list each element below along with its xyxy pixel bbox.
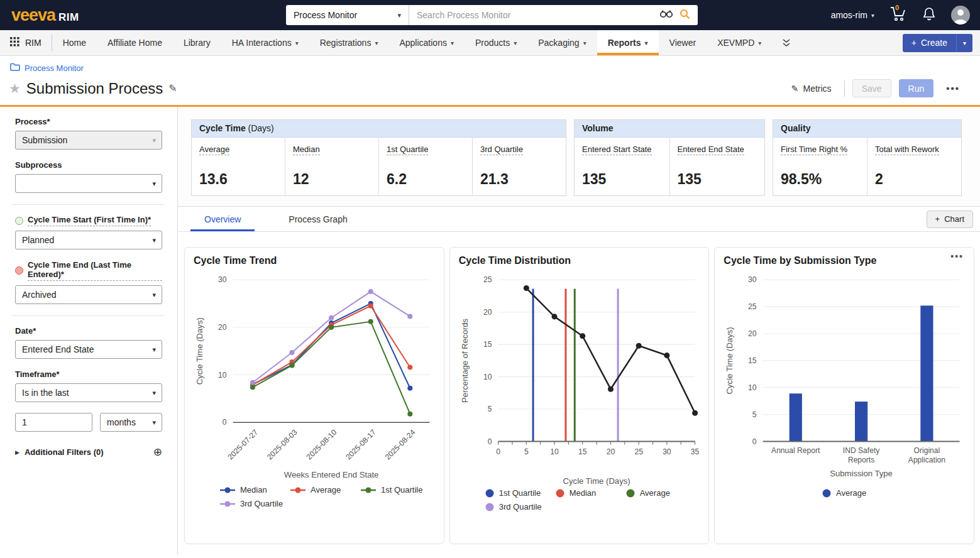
cycle-start-state-dot (15, 217, 23, 225)
nav-item-xevmpd[interactable]: XEVMPD▾ (707, 30, 772, 55)
svg-text:20: 20 (483, 308, 492, 317)
nav-item-home[interactable]: Home (52, 30, 97, 55)
timeframe-number-input[interactable] (15, 413, 92, 432)
svg-text:25: 25 (634, 447, 643, 456)
save-button[interactable]: Save (852, 79, 891, 97)
svg-text:5: 5 (487, 405, 492, 413)
nav-item-packaging[interactable]: Packaging▾ (527, 30, 597, 55)
svg-text:25: 25 (483, 275, 492, 284)
plus-icon: + (911, 38, 917, 48)
stat-entered-end-state: Entered End State 135 (670, 138, 765, 195)
svg-text:15: 15 (578, 447, 587, 456)
timeframe-unit-select[interactable]: months ▾ (100, 413, 162, 432)
svg-text:30: 30 (663, 447, 671, 456)
stat-card-quality: Quality First Time Right % 98.5% Total w… (773, 119, 962, 196)
add-filter-icon[interactable]: ⊕ (153, 446, 162, 459)
user-menu[interactable]: amos-rim ▾ (831, 10, 874, 20)
chevron-down-icon: ▾ (152, 346, 156, 354)
svg-text:15: 15 (483, 340, 492, 349)
stat-cards-row: Cycle Time (Days) Average 13.6 Median 12… (191, 119, 962, 196)
chevron-down-icon: ▾ (152, 389, 156, 397)
svg-text:20: 20 (218, 323, 227, 332)
nav-item-registrations[interactable]: Registrations▾ (309, 30, 389, 55)
svg-text:Annual Report: Annual Report (771, 446, 820, 455)
veeva-logo-text: Veeva (11, 7, 55, 24)
svg-text:5: 5 (524, 447, 529, 456)
legend-marker (485, 503, 494, 512)
search-input[interactable] (409, 5, 659, 25)
date-label: Date* (15, 326, 162, 336)
svg-text:25: 25 (748, 302, 757, 311)
legend-item: Average (290, 485, 361, 495)
cycle-start-label: Cycle Time Start (First Time In)* (28, 215, 151, 226)
svg-text:10: 10 (748, 383, 757, 392)
run-button[interactable]: Run (899, 79, 934, 97)
app-menu-rim[interactable]: RIM (0, 34, 52, 52)
cycle-start-select[interactable]: Planned ▾ (15, 231, 162, 249)
chevron-down-icon: ▾ (152, 236, 156, 244)
svg-text:0: 0 (223, 418, 227, 427)
chevron-down-icon: ▾ (451, 40, 454, 46)
cycle-end-select[interactable]: Archived ▾ (15, 285, 162, 304)
binoculars-icon[interactable] (659, 9, 673, 21)
subprocess-label: Subprocess (15, 160, 162, 170)
nav-item-library[interactable]: Library (173, 30, 221, 55)
tab-process-graph[interactable]: Process Graph (275, 207, 361, 231)
cycle-time-by-submission-type-plot: 051015202530Annual ReportIND SafetyRepor… (724, 270, 965, 488)
more-actions-button[interactable]: ••• (941, 83, 965, 94)
date-select[interactable]: Entered End State ▾ (15, 340, 162, 359)
report-panel: Overview Process Graph + Chart Cycle Tim… (178, 206, 980, 556)
chevron-down-icon: ▾ (152, 291, 156, 299)
svg-text:Application: Application (908, 456, 945, 464)
nav-item-viewer[interactable]: Viewer (659, 30, 707, 55)
add-chart-button[interactable]: + Chart (927, 211, 973, 228)
chart-menu-button[interactable]: ••• (950, 251, 964, 261)
cycle-time-distribution-plot: 051015202505101520253035Cycle Time (Days… (459, 270, 700, 488)
chart-cycle-time-by-submission-type: ••• Cycle Time by Submission Type 051015… (714, 247, 974, 544)
breadcrumb[interactable]: Process Monitor (0, 56, 84, 75)
search-scope-selector[interactable]: Process Monitor ▾ (286, 5, 409, 25)
subprocess-select[interactable]: ▾ (15, 174, 162, 193)
avatar[interactable] (951, 6, 970, 25)
notifications-bell-icon[interactable] (922, 6, 936, 24)
create-dropdown-button[interactable]: ▾ (956, 34, 972, 52)
more-tabs-icon[interactable] (772, 30, 801, 55)
create-button[interactable]: + Create (903, 34, 956, 52)
stat-total-with-rework: Total with Rework 2 (867, 138, 961, 195)
chevron-down-icon: ▾ (583, 40, 586, 46)
chevron-down-icon: ▾ (375, 40, 378, 46)
timeframe-label: Timeframe* (15, 369, 162, 379)
favorite-star-icon[interactable]: ★ (9, 81, 21, 96)
stat-entered-start-state: Entered Start State 135 (575, 138, 670, 195)
chevron-down-icon: ▾ (645, 40, 648, 46)
svg-text:Reports: Reports (848, 456, 874, 464)
metrics-button[interactable]: ✎ Metrics (786, 81, 837, 96)
stat-1st-quartile: 1st Quartile 6.2 (379, 138, 473, 195)
chevron-down-icon: ▾ (152, 136, 156, 145)
svg-text:0: 0 (496, 447, 500, 456)
stat-card-cycle-time: Cycle Time (Days) Average 13.6 Median 12… (191, 119, 566, 196)
nav-item-applications[interactable]: Applications▾ (388, 30, 465, 55)
search-icon[interactable] (680, 9, 690, 22)
tab-overview[interactable]: Overview (190, 207, 255, 231)
timeframe-select[interactable]: Is in the last ▾ (15, 383, 162, 402)
additional-filters-toggle[interactable]: ▶ Additional Filters (0) ⊕ (15, 446, 162, 459)
cart-count-badge: 0 (895, 4, 899, 11)
svg-text:Original: Original (914, 446, 940, 455)
chart-legend: MedianAverage1st Quartile3rd Quartile (220, 485, 435, 508)
plus-icon: + (935, 214, 940, 224)
edit-title-icon[interactable]: ✎ (168, 82, 177, 94)
stat-median: Median 12 (285, 138, 379, 195)
nav-item-ha-interactions[interactable]: HA Interactions▾ (221, 30, 309, 55)
legend-item: Median (220, 485, 290, 495)
chevron-down-icon: ▾ (871, 12, 874, 19)
pencil-icon: ✎ (791, 84, 799, 94)
nav-item-products[interactable]: Products▾ (465, 30, 527, 55)
stat-first-time-right: First Time Right % 98.5% (773, 138, 867, 195)
nav-item-affiliate-home[interactable]: Affiliate Home (97, 30, 173, 55)
nav-item-reports[interactable]: Reports▾ (597, 30, 659, 55)
chart-cycle-time-distribution: Cycle Time Distribution 0510152025051015… (449, 247, 710, 544)
process-select[interactable]: Submission ▾ (15, 131, 162, 150)
cart-button[interactable]: 0 (889, 6, 907, 25)
legend-marker (556, 489, 564, 498)
